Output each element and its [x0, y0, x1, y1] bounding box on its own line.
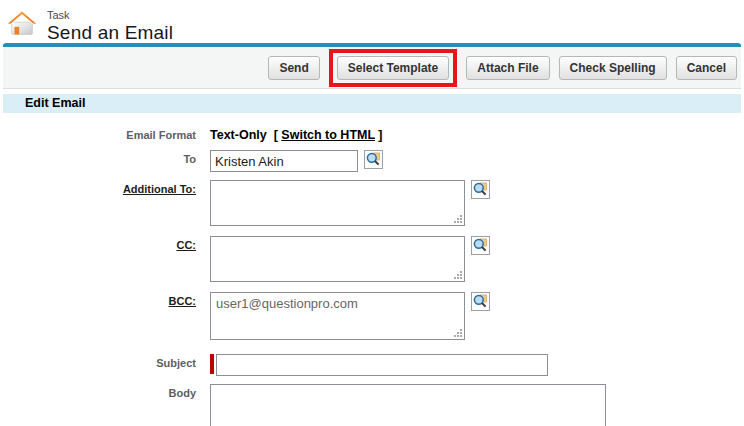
- check-spelling-button[interactable]: Check Spelling: [559, 56, 667, 80]
- subject-label: Subject: [3, 354, 210, 369]
- page-header: Task Send an Email: [0, 0, 744, 43]
- select-template-button[interactable]: Select Template: [337, 56, 449, 80]
- switch-to-html-link[interactable]: Switch to HTML: [281, 128, 375, 142]
- resize-grip-icon[interactable]: [453, 214, 462, 223]
- additional-to-field: [210, 180, 465, 226]
- body-row: Body: [3, 384, 741, 426]
- section-header-edit-email: Edit Email: [3, 94, 741, 113]
- to-label: To: [3, 150, 210, 165]
- edit-email-block: Send Select Template Attach File Check S…: [3, 43, 741, 426]
- cc-row: CC:: [3, 236, 741, 282]
- record-type-label: Task: [47, 9, 173, 21]
- body-textarea[interactable]: [211, 385, 605, 426]
- cc-field: [210, 236, 465, 282]
- additional-to-row: Additional To:: [3, 180, 741, 226]
- task-house-icon: [6, 9, 38, 41]
- email-form: Email Format Text-Only [ Switch to HTML …: [3, 113, 741, 426]
- bcc-field: user1@questionpro.com: [210, 292, 465, 340]
- cancel-button[interactable]: Cancel: [676, 56, 737, 80]
- additional-to-textarea[interactable]: [211, 181, 464, 225]
- resize-grip-icon[interactable]: [453, 270, 462, 279]
- required-field-bar: [210, 354, 214, 374]
- resize-grip-icon[interactable]: [453, 328, 462, 337]
- subject-row: Subject: [3, 354, 741, 376]
- additional-to-lookup-icon[interactable]: [471, 180, 490, 199]
- to-input[interactable]: [210, 150, 358, 172]
- bcc-textarea[interactable]: user1@questionpro.com: [211, 293, 464, 339]
- cc-lookup-icon[interactable]: [471, 236, 490, 255]
- toolbar: Send Select Template Attach File Check S…: [3, 47, 741, 89]
- send-button[interactable]: Send: [268, 56, 319, 80]
- email-format-current: Text-Only: [210, 128, 267, 142]
- email-format-label: Email Format: [3, 126, 210, 141]
- body-label: Body: [3, 384, 210, 399]
- cc-label-link[interactable]: CC:: [176, 239, 196, 251]
- bcc-label-link[interactable]: BCC:: [169, 295, 197, 307]
- select-template-highlight: Select Template: [329, 49, 457, 87]
- additional-to-label-link[interactable]: Additional To:: [123, 183, 196, 195]
- to-row: To: [3, 150, 741, 172]
- email-format-value: Text-Only [ Switch to HTML ]: [210, 126, 383, 142]
- bracket-close: ]: [378, 128, 382, 142]
- body-field: [210, 384, 606, 426]
- attach-file-button[interactable]: Attach File: [466, 56, 549, 80]
- bracket-open: [: [274, 128, 278, 142]
- bcc-lookup-icon[interactable]: [471, 292, 490, 311]
- bcc-row: BCC: user1@questionpro.com: [3, 292, 741, 340]
- email-format-row: Email Format Text-Only [ Switch to HTML …: [3, 126, 741, 142]
- subject-input[interactable]: [216, 354, 548, 376]
- to-lookup-icon[interactable]: [364, 150, 383, 169]
- cc-textarea[interactable]: [211, 237, 464, 281]
- page-title: Send an Email: [47, 21, 173, 44]
